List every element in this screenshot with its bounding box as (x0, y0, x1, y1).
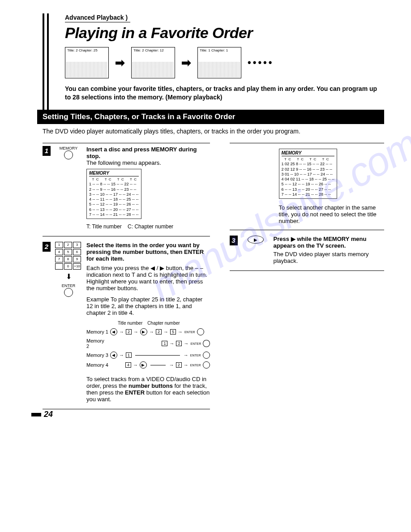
step2-icons: 123 456 789 0+10 ⬇ ENTER (55, 242, 82, 403)
step1-sub: The following menu appears. (86, 159, 210, 166)
page-number: 24 (31, 410, 53, 419)
ellipsis-icon: ••••• (248, 57, 274, 69)
intro-text: You can combine your favorite titles, ch… (65, 85, 384, 102)
illust-card-1: Title: 2 Chapter: 25 (65, 47, 109, 78)
illustration-row: Title: 2 Chapter: 25 ➡ Title: 2 Chapter:… (65, 47, 384, 78)
step-number-1: 1 (43, 146, 51, 156)
step-3: 3 ▶ Press ▶ while the MEMORY menu appear… (230, 236, 385, 264)
col-title-label: Title number (118, 321, 142, 326)
memory-line-1: Memory 1 ◀→2→▶→2→5→ENTER (86, 328, 210, 335)
step1-heading: Insert a disc and press MEMORY during st… (86, 146, 210, 159)
memory-table-empty: MEMORY T C T C T C T C 1 -- -- 8 -- -- 1… (86, 169, 141, 219)
section-heading: Setting Titles, Chapters, or Tracks in a… (37, 110, 384, 124)
step-2: 2 123 456 789 0+10 ⬇ ENTER Select the it… (43, 242, 210, 403)
step-number-2: 2 (43, 242, 51, 252)
down-arrow-icon: ⬇ (55, 272, 82, 281)
breadcrumb: Advanced Playback (65, 14, 130, 22)
memory-line-3: Memory 3 ◀→1→ENTER (86, 352, 210, 359)
memory-line-2: Memory 2 1→2→ENTER (86, 338, 210, 349)
memory-table-filled: MEMORY T C T C T C T C 1 02 25 8 -- -- 1… (279, 149, 338, 199)
step2-heading: Select the items in the order you want b… (86, 242, 210, 262)
step2-example: Example To play chapter 25 in title 2, c… (86, 296, 210, 316)
step-number-3: 3 (230, 236, 238, 245)
right-note: To select another chapter in the same ti… (279, 204, 385, 224)
step3-body: The DVD video player starts memory playb… (274, 251, 385, 264)
section-subtext: The DVD video player automatically plays… (43, 128, 384, 135)
enter-button-icon (64, 288, 73, 297)
illust-card-3: Title: 1 Chapter: 1 (197, 47, 241, 78)
keypad-icon: 123 456 789 0+10 (55, 242, 82, 270)
illust-card-2: Title: 2 Chapter: 12 (131, 47, 175, 78)
col-chapter-label: Chapter number (147, 321, 180, 326)
table-legend: T: Title number C: Chapter number (86, 223, 210, 230)
step2-note: To select tracks from a VIDEO CD/audio C… (86, 376, 210, 403)
memory-line-4: Memory 4 4→▶→2→ENTER (86, 361, 210, 369)
play-button-icon: ▶ (248, 236, 264, 244)
arrow-icon: ➡ (115, 56, 125, 70)
step1-icons: MEMORY (55, 146, 82, 230)
step-1: 1 MEMORY Insert a disc and press MEMORY … (43, 146, 210, 230)
memory-label: MEMORY (55, 146, 82, 150)
arrow-icon: ➡ (181, 56, 191, 70)
right-column: MEMORY T C T C T C T C 1 02 25 8 -- -- 1… (230, 143, 385, 415)
step2-body: Each time you press the ◀ / ▶ button, th… (86, 265, 210, 292)
step3-heading: Press ▶ while the MEMORY menu appears on… (274, 236, 385, 249)
enter-label: ENTER (55, 283, 82, 288)
left-column: 1 MEMORY Insert a disc and press MEMORY … (43, 143, 210, 415)
memory-button-icon (64, 150, 73, 159)
page-title: Playing in a Favorite Order (65, 24, 384, 42)
decorative-bars (43, 13, 49, 110)
step3-icons: ▶ (242, 236, 269, 264)
